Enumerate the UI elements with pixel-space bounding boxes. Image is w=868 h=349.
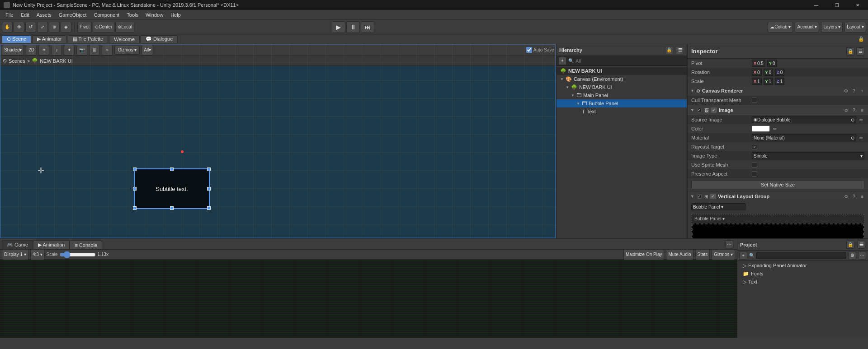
maximize-on-play-btn[interactable]: Maximize On Play <box>623 249 665 260</box>
canvas-renderer-header[interactable]: ▼ ⚙ Canvas Renderer ⚙ ? ≡ <box>688 86 868 96</box>
hierarchy-search-input[interactable] <box>576 58 685 64</box>
tool-rect[interactable]: ⊕ <box>49 22 60 33</box>
menu-component[interactable]: Component <box>90 10 123 20</box>
hierarchy-item-main-panel[interactable]: ▼ 🗔 Main Panel <box>557 91 687 99</box>
mute-audio-btn[interactable]: Mute Audio <box>666 249 693 260</box>
hierarchy-scene-header[interactable]: 🌳 NEW BARK UI <box>557 67 687 75</box>
project-item-text[interactable]: ▷ Text <box>737 278 868 286</box>
inspector-lock-btn[interactable]: 🔒 <box>846 47 854 56</box>
hierarchy-menu-btn[interactable]: ☰ <box>676 46 684 54</box>
step-button[interactable]: ⏭ <box>361 21 374 33</box>
menu-gameobject[interactable]: GameObject <box>55 10 90 20</box>
handle-tl[interactable] <box>133 168 137 171</box>
scale-z-field[interactable]: Z 1 <box>775 78 784 85</box>
vlg-help-icon[interactable]: ? <box>851 193 857 200</box>
tool-hand[interactable]: ✋ <box>2 22 13 33</box>
display-dropdown[interactable]: Display 1 ▾ <box>2 249 28 260</box>
handle-lc[interactable] <box>133 187 137 191</box>
handle-rc[interactable] <box>207 187 211 191</box>
menu-file[interactable]: File <box>2 10 17 20</box>
source-image-edit-icon[interactable]: ✏ <box>858 116 864 123</box>
local-button[interactable]: ⊗ Local <box>115 22 134 33</box>
ratio-dropdown[interactable]: 4:3 ▾ <box>30 249 45 260</box>
tab-dialogue[interactable]: 💬 Dialogue <box>141 35 178 43</box>
scale-x-field[interactable]: X 1 <box>752 78 762 85</box>
vlg-settings-icon[interactable]: ⚙ <box>843 193 849 200</box>
hierarchy-item-new-bark-ui[interactable]: ▼ 🌳 NEW BARK UI <box>557 83 687 91</box>
pivot-y-field[interactable]: Y 0 <box>767 60 777 67</box>
collab-button[interactable]: ☁ Collab ▾ <box>768 22 793 33</box>
scale-y-field[interactable]: Y 1 <box>764 78 774 85</box>
game-gizmos-btn[interactable]: Gizmos ▾ <box>712 249 735 260</box>
layout-button[interactable]: Layout ▾ <box>844 22 866 33</box>
tool-scale[interactable]: ⤢ <box>37 22 48 33</box>
set-native-size-button[interactable]: Set Native Size <box>691 180 864 189</box>
scene-lock-icon[interactable]: 🔒 <box>858 36 864 42</box>
use-sprite-mesh-checkbox[interactable] <box>752 162 757 168</box>
tab-console[interactable]: ≡ Console <box>70 240 102 249</box>
game-menu-btn[interactable]: ⋯ <box>725 240 733 248</box>
image-enabled-checkbox[interactable]: ✓ <box>697 108 702 112</box>
image-section-header[interactable]: ▼ ✓ 🖼 ✓ Image ⚙ ? ≡ <box>688 105 868 115</box>
center-button[interactable]: ⊙ Center <box>93 22 114 33</box>
menu-edit[interactable]: Edit <box>17 10 33 20</box>
handle-tc[interactable] <box>170 168 174 171</box>
rot-x-field[interactable]: X 0 <box>752 69 762 76</box>
tab-animation[interactable]: ▶ Animation <box>33 240 70 249</box>
tab-tile-palette[interactable]: ▦ Tile Palette <box>68 35 108 43</box>
scale-slider[interactable] <box>60 251 96 258</box>
hierarchy-item-bubble-panel[interactable]: ▼ 🗔 Bubble Panel <box>557 99 687 107</box>
menu-help[interactable]: Help <box>167 10 184 20</box>
tab-scene[interactable]: ⊙ Scene <box>2 35 31 43</box>
project-item-fonts[interactable]: 📁 Fonts <box>737 270 868 278</box>
vertical-layout-header[interactable]: ▼ ✓ ⊞ ✓ Vertical Layout Group ⚙ ? ≡ <box>688 191 868 201</box>
add-hierarchy-btn[interactable]: + <box>558 57 566 65</box>
close-button[interactable]: ✕ <box>847 0 868 10</box>
project-menu-btn[interactable]: ☰ <box>857 241 865 249</box>
vlg-preview-dropdown[interactable]: Bubble Panel ▾ <box>691 203 745 210</box>
preserve-aspect-checkbox[interactable] <box>752 171 757 177</box>
canvas-renderer-more-icon[interactable]: ≡ <box>859 88 865 94</box>
layers-button[interactable]: Layers ▾ <box>821 22 843 33</box>
image-more-icon[interactable]: ≡ <box>859 107 865 113</box>
image-type-dropdown[interactable]: Simple ▾ <box>752 152 864 159</box>
rot-z-field[interactable]: Z 0 <box>775 69 784 76</box>
minimize-button[interactable]: — <box>806 0 826 10</box>
color-edit-icon[interactable]: ✏ <box>772 126 778 132</box>
canvas-renderer-help-icon[interactable]: ? <box>851 88 857 94</box>
stats-btn[interactable]: Stats <box>695 249 710 260</box>
project-settings-btn[interactable]: ⚙ <box>848 251 856 260</box>
project-search-input[interactable] <box>756 252 846 259</box>
image-settings-icon[interactable]: ⚙ <box>843 107 849 113</box>
hierarchy-item-text[interactable]: T Text <box>557 107 687 116</box>
color-swatch[interactable] <box>752 126 770 132</box>
vlg-more-icon[interactable]: ≡ <box>859 193 865 200</box>
subtitle-box[interactable]: Subtitle text. <box>134 168 210 209</box>
pivot-x-field[interactable]: X 0.5 <box>752 60 765 67</box>
pivot-button[interactable]: Pivot <box>77 22 92 33</box>
tool-move[interactable]: ✙ <box>14 22 24 33</box>
handle-br[interactable] <box>207 206 211 210</box>
hierarchy-item-canvas-env[interactable]: ▼ 🎨 Canvas (Environment) <box>557 75 687 83</box>
add-asset-btn[interactable]: + <box>739 251 747 260</box>
handle-bl[interactable] <box>133 206 137 210</box>
menu-assets[interactable]: Assets <box>33 10 55 20</box>
vlg-enabled-checkbox[interactable]: ✓ <box>697 194 702 199</box>
rot-y-field[interactable]: Y 0 <box>764 69 774 76</box>
restore-button[interactable]: ❐ <box>826 0 847 10</box>
project-lock-btn[interactable]: 🔒 <box>846 241 854 249</box>
project-more-btn[interactable]: ⋯ <box>858 251 866 260</box>
project-item-expanding-animator[interactable]: ▷ Expanding Panel Animator <box>737 261 868 270</box>
account-button[interactable]: Account ▾ <box>795 22 819 33</box>
cull-transparent-checkbox[interactable] <box>752 98 757 103</box>
menu-tools[interactable]: Tools <box>123 10 142 20</box>
tab-game[interactable]: 🎮 Game <box>2 240 33 249</box>
hierarchy-lock-btn[interactable]: 🔒 <box>665 46 673 54</box>
tool-rotate[interactable]: ↺ <box>25 22 36 33</box>
canvas-renderer-settings-icon[interactable]: ⚙ <box>843 88 849 94</box>
raycast-checkbox[interactable]: ✓ <box>752 144 757 149</box>
inspector-menu-btn[interactable]: ☰ <box>856 47 864 56</box>
tab-welcome[interactable]: Welcome <box>109 35 140 43</box>
image-help-icon[interactable]: ? <box>851 107 857 113</box>
material-edit-icon[interactable]: ✏ <box>858 135 864 141</box>
